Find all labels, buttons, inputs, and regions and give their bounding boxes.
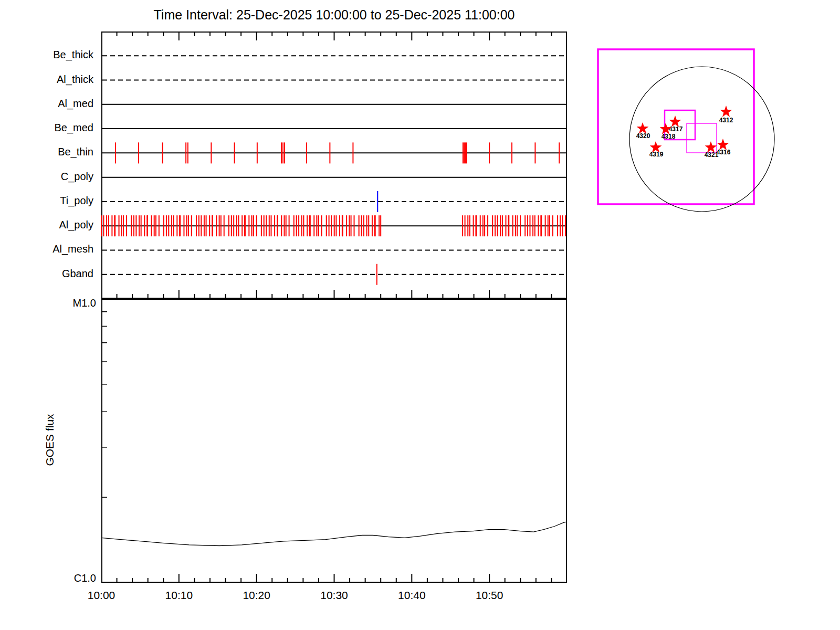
time-tick-label: 10:30 (320, 589, 348, 602)
exposure-timeline-panel (101, 32, 567, 299)
timeline-border (102, 32, 566, 298)
filter-label-be_thin: Be_thin (0, 146, 93, 158)
active-region-number: 4320 (636, 132, 650, 140)
filter-label-al_mesh: Al_mesh (0, 243, 93, 255)
filter-label-c_poly: C_poly (0, 171, 93, 183)
time-tick-label: 10:10 (165, 589, 193, 602)
goes-y-axis-title: GOES flux (44, 414, 56, 466)
active-region-number: 4317 (669, 125, 683, 133)
filter-label-be_thick: Be_thick (0, 49, 93, 61)
filter-label-al_poly: Al_poly (0, 219, 93, 231)
time-tick-label: 10:40 (398, 589, 426, 602)
goes-y-min-label: C1.0 (0, 572, 96, 584)
goes-flux-panel (101, 299, 567, 583)
active-region-number: 4318 (662, 133, 676, 140)
filter-label-al_thick: Al_thick (0, 74, 93, 86)
time-tick-label: 10:50 (476, 589, 503, 602)
time-tick-label: 10:20 (243, 589, 270, 602)
goes-flux-curve (101, 522, 567, 546)
active-region-star (720, 106, 732, 117)
page-title: Time Interval: 25-Dec-2025 10:00:00 to 2… (101, 7, 567, 23)
active-region-number: 4319 (649, 151, 664, 158)
goes-y-max-label: M1.0 (0, 297, 96, 309)
goes-border (102, 299, 566, 582)
solar-disk-inset: 4312431743184320431943214316 (583, 42, 793, 215)
filter-label-ti_poly: Ti_poly (0, 195, 93, 207)
active-region-number: 4316 (717, 149, 731, 156)
plot-page: Time Interval: 25-Dec-2025 10:00:00 to 2… (0, 0, 840, 630)
time-tick-label: 10:00 (88, 589, 116, 602)
active-region-number: 4312 (719, 117, 733, 124)
filter-label-al_med: Al_med (0, 98, 93, 110)
solar-limb-circle (629, 67, 774, 212)
filter-label-be_med: Be_med (0, 122, 93, 134)
filter-label-gband: Gband (0, 268, 93, 280)
